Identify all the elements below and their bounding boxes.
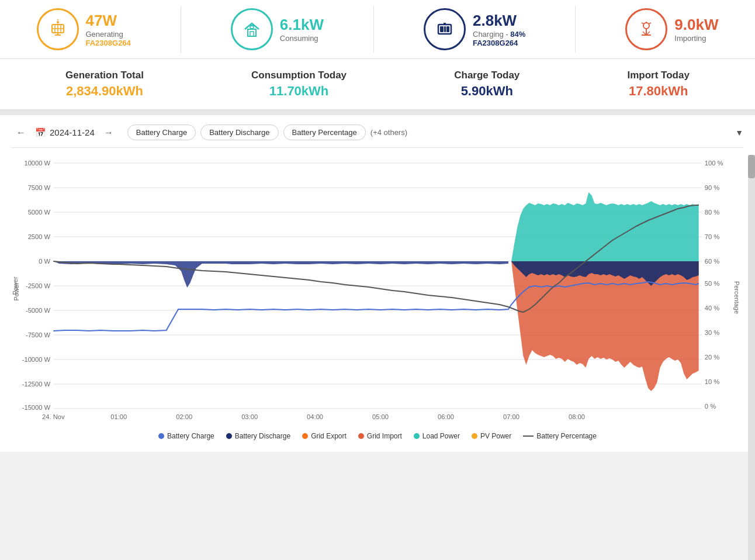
solar-text: 47W Generating FA2308G264: [86, 12, 131, 47]
grid-label: Importing: [674, 34, 718, 43]
svg-text:20 %: 20 %: [705, 354, 720, 361]
home-label: Consuming: [280, 34, 324, 43]
consumption-value: 11.70kWh: [251, 84, 347, 99]
battery-pct: 84%: [510, 30, 525, 39]
date-display: 📅 2024-11-24: [35, 127, 95, 138]
legend-dot-battery-charge: [158, 433, 164, 439]
calendar-icon: 📅: [35, 127, 46, 138]
divider-2: [373, 6, 374, 53]
solar-icon-circle: [37, 8, 79, 50]
prev-date-button[interactable]: ←: [12, 125, 30, 140]
svg-text:Percentage: Percentage: [733, 281, 740, 314]
svg-text:5000 W: 5000 W: [28, 209, 51, 216]
svg-text:-2500 W: -2500 W: [26, 282, 51, 289]
grid-text: 9.0kW Importing: [674, 16, 718, 43]
legend-label-grid-export: Grid Export: [311, 432, 347, 440]
filter-battery-discharge[interactable]: Battery Discharge: [200, 125, 278, 140]
charge-label: Charge Today: [454, 70, 520, 81]
svg-line-24: [642, 23, 644, 24]
scrollbar-thumb[interactable]: [748, 155, 755, 178]
battery-label: Charging - 84%: [473, 30, 525, 39]
svg-rect-16: [446, 26, 449, 32]
solar-device: FA2308G264: [86, 39, 131, 47]
svg-text:-15000 W: -15000 W: [22, 404, 51, 411]
svg-text:-7500 W: -7500 W: [26, 331, 51, 338]
svg-text:04:00: 04:00: [307, 413, 323, 420]
generation-label: Generation Total: [65, 70, 144, 81]
legend-label-battery-discharge: Battery Discharge: [235, 432, 290, 440]
legend-label-grid-import: Grid Import: [367, 432, 402, 440]
date-nav: ← 📅 2024-11-24 →: [12, 125, 118, 140]
battery-text: 2.8kW Charging - 84% FA2308G264: [473, 12, 525, 47]
svg-text:70 %: 70 %: [705, 233, 720, 240]
chart-svg: 10000 W 7500 W 5000 W 2500 W 0 W -2500 W…: [12, 157, 743, 426]
y-axis-left-label: Power: [13, 282, 20, 300]
svg-text:40 %: 40 %: [705, 305, 720, 312]
svg-rect-11: [250, 32, 254, 36]
legend-dot-grid-import: [358, 433, 364, 439]
consumption-label: Consumption Today: [251, 70, 347, 81]
battery-icon-circle: [424, 8, 466, 50]
chart-dropdown-icon[interactable]: ▼: [735, 128, 743, 137]
total-import: Import Today 17.80kWh: [627, 70, 689, 99]
date-text: 2024-11-24: [50, 127, 95, 137]
svg-text:05:00: 05:00: [372, 413, 389, 420]
home-icon-circle: [231, 8, 273, 50]
solar-power: 47W: [86, 12, 131, 30]
solar-label: Generating: [86, 30, 131, 39]
solar-status: 47W Generating FA2308G264: [37, 8, 131, 50]
svg-text:03:00: 03:00: [241, 413, 258, 420]
legend-label-load-power: Load Power: [422, 432, 460, 440]
svg-text:08:00: 08:00: [569, 413, 585, 420]
chart-controls: ← 📅 2024-11-24 → Battery Charge Battery …: [12, 125, 743, 148]
generation-value: 2,834.90kWh: [65, 84, 144, 99]
grid-power: 9.0kW: [674, 16, 718, 34]
battery-status: 2.8kW Charging - 84% FA2308G264: [424, 8, 525, 50]
svg-text:100 %: 100 %: [705, 160, 723, 167]
svg-text:0 %: 0 %: [705, 403, 716, 410]
legend-pv-power: PV Power: [472, 432, 511, 440]
total-consumption: Consumption Today 11.70kWh: [251, 70, 347, 99]
svg-text:30 %: 30 %: [705, 329, 720, 336]
charge-value: 5.90kWh: [454, 84, 520, 99]
svg-text:-5000 W: -5000 W: [26, 307, 51, 314]
next-date-button[interactable]: →: [99, 125, 118, 140]
svg-text:24. Nov: 24. Nov: [42, 413, 65, 420]
svg-text:90 %: 90 %: [705, 184, 720, 191]
svg-line-25: [649, 23, 651, 24]
filter-battery-charge[interactable]: Battery Charge: [127, 125, 196, 140]
divider-1: [181, 6, 181, 53]
legend-battery-discharge: Battery Discharge: [226, 432, 290, 440]
legend-dot-load-power: [414, 433, 420, 439]
filter-others: (+4 others): [370, 128, 407, 137]
svg-point-7: [57, 21, 59, 23]
svg-rect-10: [248, 29, 256, 36]
filter-battery-percentage[interactable]: Battery Percentage: [283, 125, 366, 140]
totals-bar: Generation Total 2,834.90kWh Consumption…: [0, 59, 755, 110]
import-value: 17.80kWh: [627, 84, 689, 99]
status-bar: 47W Generating FA2308G264 6.1kW Consumin…: [0, 0, 755, 59]
scrollbar-track[interactable]: [748, 155, 755, 452]
grid-status: 9.0kW Importing: [625, 8, 718, 50]
legend-dot-grid-export: [302, 433, 308, 439]
home-text: 6.1kW Consuming: [280, 16, 324, 43]
svg-text:0 W: 0 W: [39, 258, 50, 265]
import-label: Import Today: [627, 70, 689, 81]
legend-label-battery-percentage: Battery Percentage: [536, 432, 597, 440]
total-generation: Generation Total 2,834.90kWh: [65, 70, 144, 99]
legend-label-pv-power: PV Power: [480, 432, 511, 440]
home-status: 6.1kW Consuming: [231, 8, 324, 50]
legend-dot-battery-discharge: [226, 433, 232, 439]
legend-battery-charge: Battery Charge: [158, 432, 214, 440]
svg-rect-14: [440, 26, 444, 32]
svg-text:01:00: 01:00: [110, 413, 127, 420]
home-power: 6.1kW: [280, 16, 324, 34]
legend-label-battery-charge: Battery Charge: [167, 432, 214, 440]
svg-rect-15: [444, 26, 446, 32]
svg-text:2500 W: 2500 W: [28, 233, 51, 240]
total-charge: Charge Today 5.90kWh: [454, 70, 520, 99]
svg-text:10000 W: 10000 W: [24, 160, 50, 167]
battery-device: FA2308G264: [473, 39, 525, 47]
chart-wrapper: Power 10000 W 7500 W 5000 W: [12, 157, 743, 426]
svg-text:-10000 W: -10000 W: [22, 356, 51, 363]
